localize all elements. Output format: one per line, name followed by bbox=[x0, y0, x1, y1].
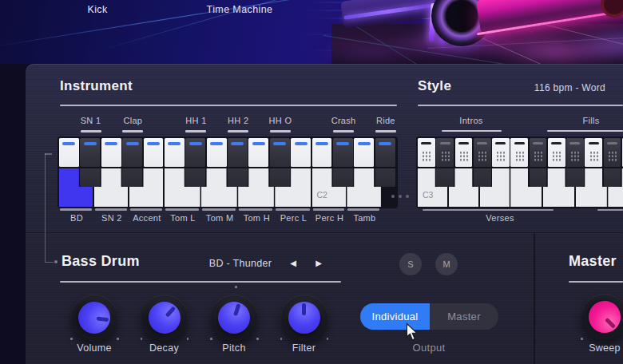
key-G#3-body[interactable] bbox=[566, 168, 584, 188]
preset-prev-icon[interactable]: ◀ bbox=[285, 257, 301, 270]
output-toggle-individual[interactable]: Individual bbox=[360, 303, 430, 330]
key-Clap-body[interactable] bbox=[122, 168, 142, 188]
key-D#3-head[interactable] bbox=[474, 138, 491, 167]
key-slot-dots-icon bbox=[441, 151, 450, 161]
knob-label-volume: Volume bbox=[62, 342, 126, 354]
key-SN 1-head[interactable] bbox=[80, 138, 100, 167]
key-HH 2-body[interactable] bbox=[228, 168, 248, 188]
knob-max-dot bbox=[327, 338, 329, 340]
key-Perc L-head[interactable] bbox=[291, 138, 311, 167]
black-key-label-HH O: HH O bbox=[255, 116, 306, 126]
key-HH 2-head[interactable] bbox=[228, 138, 248, 167]
key-A#3-body[interactable] bbox=[604, 168, 621, 188]
white-key-label-line bbox=[347, 208, 379, 211]
key-slot-dots-icon bbox=[496, 151, 505, 161]
key-slot-dots-icon bbox=[570, 151, 579, 161]
key-C3-head[interactable] bbox=[418, 138, 435, 167]
key-indicator-bar bbox=[607, 142, 617, 144]
key-note-label: C3 bbox=[423, 190, 433, 200]
key-HH O-head[interactable] bbox=[270, 138, 290, 167]
key-SN 2-head[interactable] bbox=[101, 138, 121, 167]
preset-selector[interactable]: BD - Thunder bbox=[185, 258, 296, 269]
black-key-label-tick bbox=[185, 130, 206, 133]
key-Ride-head[interactable] bbox=[375, 138, 395, 167]
key-Tom H-head[interactable] bbox=[248, 138, 268, 167]
knob-decay[interactable] bbox=[141, 295, 188, 341]
key-HH 1-body[interactable] bbox=[185, 168, 205, 188]
knob-min-dot bbox=[70, 338, 73, 340]
knob-min-dot bbox=[280, 338, 283, 340]
key-indicator-bar bbox=[358, 142, 371, 145]
preset-next-icon[interactable]: ▶ bbox=[311, 257, 327, 270]
knob-label-pitch: Pitch bbox=[202, 342, 266, 354]
art-layer bbox=[315, 40, 427, 64]
key-indicator-bar bbox=[315, 142, 328, 145]
key-indicator-bar bbox=[569, 142, 580, 144]
key-C#3-head[interactable] bbox=[436, 138, 454, 167]
key-A#3-head[interactable] bbox=[604, 138, 621, 167]
white-key-label-line bbox=[60, 208, 92, 211]
key-F3-head[interactable] bbox=[510, 138, 528, 167]
key-D#3-body[interactable] bbox=[474, 168, 491, 188]
header-label-kick: Kick bbox=[65, 4, 129, 17]
key-Clap-head[interactable] bbox=[122, 138, 142, 167]
key-E3-head[interactable] bbox=[492, 138, 510, 167]
key-slot-dots-icon bbox=[608, 151, 617, 161]
white-key-label-line bbox=[313, 208, 345, 211]
mute-button[interactable]: M bbox=[435, 253, 458, 275]
key-indicator-bar bbox=[295, 142, 308, 145]
key-indicator-bar bbox=[514, 142, 525, 144]
knob-cap bbox=[214, 298, 254, 338]
knob-sweep[interactable] bbox=[581, 294, 623, 340]
bd-connector-horizontal bbox=[45, 262, 54, 263]
key-indicator-bar bbox=[84, 142, 97, 145]
white-key-label-line bbox=[239, 208, 272, 211]
key-slot-dots-icon bbox=[422, 151, 431, 161]
key-Crash-body[interactable] bbox=[333, 168, 353, 188]
knob-volume[interactable] bbox=[71, 295, 117, 341]
style-group-line bbox=[442, 130, 502, 132]
key-D3-head[interactable] bbox=[455, 138, 473, 167]
key-SN 1-body[interactable] bbox=[80, 168, 100, 188]
key-Tamb-head[interactable] bbox=[354, 138, 374, 167]
key-F#3-head[interactable] bbox=[530, 138, 547, 167]
key-slot-dots-icon bbox=[515, 151, 524, 161]
style-group-bottom-line bbox=[423, 209, 554, 212]
knob-min-dot bbox=[210, 338, 212, 340]
key-indicator-bar bbox=[336, 142, 349, 145]
style-group-line bbox=[547, 130, 623, 132]
black-key-label-tick bbox=[333, 130, 354, 133]
style-group-bottom-line bbox=[597, 209, 623, 212]
master-divider bbox=[569, 281, 623, 283]
key-Perc H-head[interactable] bbox=[312, 138, 332, 167]
knob-pitch[interactable] bbox=[211, 295, 257, 341]
black-key-label-tick bbox=[270, 130, 291, 133]
knob-label-decay: Decay bbox=[133, 342, 196, 354]
white-key-label-line bbox=[276, 208, 309, 211]
key-C#3-body[interactable] bbox=[436, 168, 454, 188]
key-G#3-head[interactable] bbox=[566, 138, 584, 167]
key-indicator-bar bbox=[551, 142, 561, 144]
key-Tom M-head[interactable] bbox=[207, 138, 227, 167]
master-section-divider bbox=[534, 232, 535, 364]
knob-cap bbox=[141, 295, 186, 340]
knob-filter[interactable] bbox=[281, 295, 327, 341]
instrument-keyboard: C2 bbox=[59, 138, 396, 207]
knob-pointer bbox=[302, 303, 306, 315]
output-toggle-master[interactable]: Master bbox=[430, 303, 498, 330]
key-Ride-body[interactable] bbox=[375, 168, 395, 188]
solo-button[interactable]: S bbox=[399, 253, 422, 275]
key-Tom L-head[interactable] bbox=[165, 138, 185, 167]
key-A3-head[interactable] bbox=[585, 138, 602, 167]
key-indicator-bar bbox=[440, 142, 450, 144]
key-indicator-bar bbox=[252, 142, 265, 145]
key-HH O-body[interactable] bbox=[270, 168, 290, 188]
knob-max-dot bbox=[256, 338, 259, 340]
key-HH 1-head[interactable] bbox=[185, 138, 205, 167]
key-Crash-head[interactable] bbox=[333, 138, 353, 167]
key-BD-head[interactable] bbox=[59, 138, 79, 167]
key-G3-head[interactable] bbox=[548, 138, 565, 167]
key-Accent-head[interactable] bbox=[144, 138, 164, 167]
key-F#3-body[interactable] bbox=[530, 168, 547, 188]
black-key-label-Ride: Ride bbox=[360, 116, 411, 126]
